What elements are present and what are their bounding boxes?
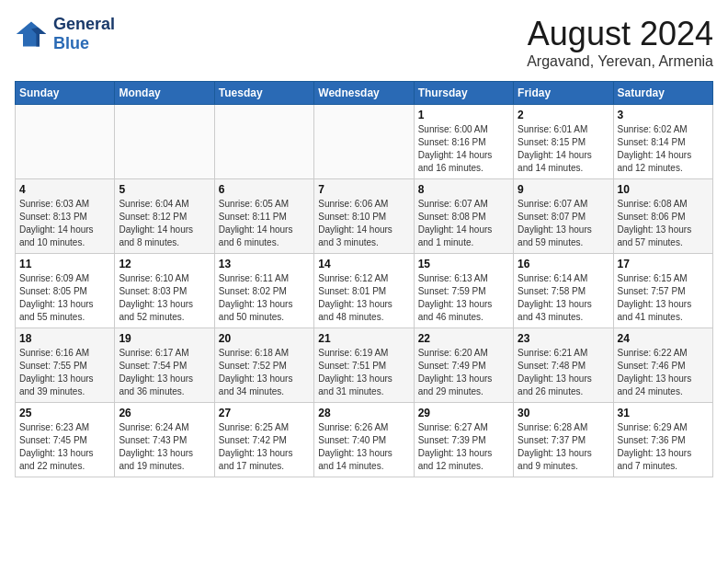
day-info: Sunrise: 6:01 AM Sunset: 8:15 PM Dayligh…	[518, 123, 609, 175]
day-number: 1	[418, 109, 509, 121]
day-number: 30	[518, 407, 609, 419]
day-number: 18	[19, 332, 110, 345]
day-info: Sunrise: 6:07 AM Sunset: 8:08 PM Dayligh…	[418, 198, 509, 249]
calendar-cell: 23Sunrise: 6:21 AM Sunset: 7:48 PM Dayli…	[514, 328, 613, 403]
day-number: 19	[119, 332, 210, 345]
week-row-2: 11Sunrise: 6:09 AM Sunset: 8:05 PM Dayli…	[16, 254, 713, 328]
calendar-cell: 14Sunrise: 6:12 AM Sunset: 8:01 PM Dayli…	[314, 254, 414, 328]
day-number: 28	[318, 407, 409, 419]
header-thursday: Thursday	[414, 82, 513, 105]
header-sunday: Sunday	[16, 82, 115, 105]
calendar-cell: 10Sunrise: 6:08 AM Sunset: 8:06 PM Dayli…	[613, 179, 712, 254]
calendar-cell: 7Sunrise: 6:06 AM Sunset: 8:10 PM Daylig…	[314, 179, 414, 254]
calendar-cell: 16Sunrise: 6:14 AM Sunset: 7:58 PM Dayli…	[514, 254, 613, 328]
calendar-cell: 19Sunrise: 6:17 AM Sunset: 7:54 PM Dayli…	[115, 328, 214, 403]
day-info: Sunrise: 6:20 AM Sunset: 7:49 PM Dayligh…	[418, 347, 509, 398]
week-row-1: 4Sunrise: 6:03 AM Sunset: 8:13 PM Daylig…	[16, 179, 713, 254]
day-info: Sunrise: 6:03 AM Sunset: 8:13 PM Dayligh…	[19, 198, 110, 249]
header-saturday: Saturday	[613, 82, 712, 105]
calendar-cell: 31Sunrise: 6:29 AM Sunset: 7:36 PM Dayli…	[613, 403, 712, 477]
day-number: 11	[19, 258, 110, 270]
day-info: Sunrise: 6:16 AM Sunset: 7:55 PM Dayligh…	[19, 347, 110, 398]
calendar-cell: 27Sunrise: 6:25 AM Sunset: 7:42 PM Dayli…	[214, 403, 313, 477]
day-number: 16	[518, 258, 609, 270]
calendar-cell: 30Sunrise: 6:28 AM Sunset: 7:37 PM Dayli…	[514, 403, 613, 477]
day-info: Sunrise: 6:05 AM Sunset: 8:11 PM Dayligh…	[219, 198, 310, 249]
calendar-cell: 24Sunrise: 6:22 AM Sunset: 7:46 PM Dayli…	[613, 328, 712, 403]
header-friday: Friday	[514, 82, 613, 105]
day-number: 21	[318, 332, 409, 345]
logo: General Blue	[15, 15, 115, 53]
title-block: August 2024 Argavand, Yerevan, Armenia	[527, 15, 713, 70]
day-number: 31	[618, 407, 709, 419]
day-info: Sunrise: 6:22 AM Sunset: 7:46 PM Dayligh…	[618, 347, 709, 398]
day-info: Sunrise: 6:25 AM Sunset: 7:42 PM Dayligh…	[219, 421, 310, 473]
day-info: Sunrise: 6:11 AM Sunset: 8:02 PM Dayligh…	[219, 272, 310, 324]
day-number: 9	[518, 183, 609, 196]
week-row-3: 18Sunrise: 6:16 AM Sunset: 7:55 PM Dayli…	[16, 328, 713, 403]
day-info: Sunrise: 6:18 AM Sunset: 7:52 PM Dayligh…	[219, 347, 310, 398]
day-number: 23	[518, 332, 609, 345]
calendar-cell: 22Sunrise: 6:20 AM Sunset: 7:49 PM Dayli…	[414, 328, 513, 403]
day-number: 2	[518, 109, 609, 121]
calendar-cell: 25Sunrise: 6:23 AM Sunset: 7:45 PM Dayli…	[16, 403, 115, 477]
week-row-0: 1Sunrise: 6:00 AM Sunset: 8:16 PM Daylig…	[16, 105, 713, 179]
day-info: Sunrise: 6:23 AM Sunset: 7:45 PM Dayligh…	[19, 421, 110, 473]
day-number: 3	[618, 109, 709, 121]
day-info: Sunrise: 6:21 AM Sunset: 7:48 PM Dayligh…	[518, 347, 609, 398]
day-number: 29	[418, 407, 509, 419]
header-wednesday: Wednesday	[314, 82, 414, 105]
logo-icon	[15, 17, 48, 51]
day-number: 10	[618, 183, 709, 196]
day-number: 15	[418, 258, 509, 270]
calendar-cell	[214, 105, 313, 179]
calendar-cell: 13Sunrise: 6:11 AM Sunset: 8:02 PM Dayli…	[214, 254, 313, 328]
header-tuesday: Tuesday	[214, 82, 313, 105]
calendar-cell: 15Sunrise: 6:13 AM Sunset: 7:59 PM Dayli…	[414, 254, 513, 328]
day-number: 8	[418, 183, 509, 196]
day-number: 12	[119, 258, 210, 270]
calendar-cell: 9Sunrise: 6:07 AM Sunset: 8:07 PM Daylig…	[514, 179, 613, 254]
page-subtitle: Argavand, Yerevan, Armenia	[527, 53, 713, 70]
day-info: Sunrise: 6:13 AM Sunset: 7:59 PM Dayligh…	[418, 272, 509, 324]
day-info: Sunrise: 6:14 AM Sunset: 7:58 PM Dayligh…	[518, 272, 609, 324]
day-info: Sunrise: 6:26 AM Sunset: 7:40 PM Dayligh…	[318, 421, 409, 473]
calendar-cell	[115, 105, 214, 179]
calendar-header: SundayMondayTuesdayWednesdayThursdayFrid…	[16, 82, 713, 105]
week-row-4: 25Sunrise: 6:23 AM Sunset: 7:45 PM Dayli…	[16, 403, 713, 477]
calendar-table: SundayMondayTuesdayWednesdayThursdayFrid…	[15, 81, 713, 477]
day-info: Sunrise: 6:06 AM Sunset: 8:10 PM Dayligh…	[318, 198, 409, 249]
calendar-cell	[314, 105, 414, 179]
day-info: Sunrise: 6:17 AM Sunset: 7:54 PM Dayligh…	[119, 347, 210, 398]
day-info: Sunrise: 6:08 AM Sunset: 8:06 PM Dayligh…	[618, 198, 709, 249]
day-number: 26	[119, 407, 210, 419]
day-info: Sunrise: 6:19 AM Sunset: 7:51 PM Dayligh…	[318, 347, 409, 398]
calendar-cell: 6Sunrise: 6:05 AM Sunset: 8:11 PM Daylig…	[214, 179, 313, 254]
day-info: Sunrise: 6:12 AM Sunset: 8:01 PM Dayligh…	[318, 272, 409, 324]
day-number: 6	[219, 183, 310, 196]
day-info: Sunrise: 6:09 AM Sunset: 8:05 PM Dayligh…	[19, 272, 110, 324]
calendar-cell: 11Sunrise: 6:09 AM Sunset: 8:05 PM Dayli…	[16, 254, 115, 328]
calendar-cell: 17Sunrise: 6:15 AM Sunset: 7:57 PM Dayli…	[613, 254, 712, 328]
calendar-cell: 12Sunrise: 6:10 AM Sunset: 8:03 PM Dayli…	[115, 254, 214, 328]
day-number: 20	[219, 332, 310, 345]
calendar-cell: 21Sunrise: 6:19 AM Sunset: 7:51 PM Dayli…	[314, 328, 414, 403]
calendar-body: 1Sunrise: 6:00 AM Sunset: 8:16 PM Daylig…	[16, 105, 713, 477]
calendar-cell: 29Sunrise: 6:27 AM Sunset: 7:39 PM Dayli…	[414, 403, 513, 477]
day-info: Sunrise: 6:07 AM Sunset: 8:07 PM Dayligh…	[518, 198, 609, 249]
day-number: 13	[219, 258, 310, 270]
day-info: Sunrise: 6:02 AM Sunset: 8:14 PM Dayligh…	[618, 123, 709, 175]
day-number: 5	[119, 183, 210, 196]
day-info: Sunrise: 6:15 AM Sunset: 7:57 PM Dayligh…	[618, 272, 709, 324]
day-info: Sunrise: 6:00 AM Sunset: 8:16 PM Dayligh…	[418, 123, 509, 175]
header-monday: Monday	[115, 82, 214, 105]
day-info: Sunrise: 6:28 AM Sunset: 7:37 PM Dayligh…	[518, 421, 609, 473]
calendar-cell: 28Sunrise: 6:26 AM Sunset: 7:40 PM Dayli…	[314, 403, 414, 477]
calendar-cell	[16, 105, 115, 179]
day-number: 4	[19, 183, 110, 196]
calendar-cell: 26Sunrise: 6:24 AM Sunset: 7:43 PM Dayli…	[115, 403, 214, 477]
calendar-cell: 3Sunrise: 6:02 AM Sunset: 8:14 PM Daylig…	[613, 105, 712, 179]
calendar-cell: 2Sunrise: 6:01 AM Sunset: 8:15 PM Daylig…	[514, 105, 613, 179]
calendar-cell: 5Sunrise: 6:04 AM Sunset: 8:12 PM Daylig…	[115, 179, 214, 254]
day-info: Sunrise: 6:29 AM Sunset: 7:36 PM Dayligh…	[618, 421, 709, 473]
